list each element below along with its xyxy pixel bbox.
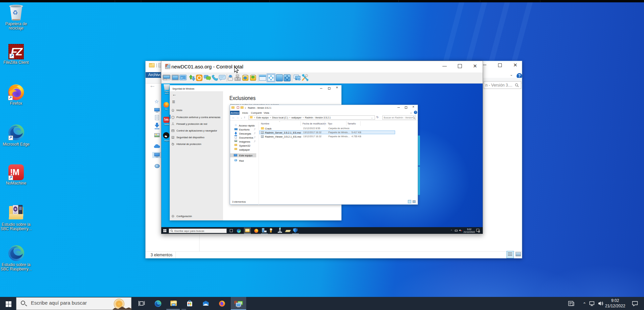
svg-text:A: A: [237, 75, 238, 78]
svg-text:D: D: [238, 79, 240, 81]
svg-text:2: 2: [299, 78, 300, 81]
svg-text:>_: >_: [181, 76, 184, 80]
svg-text:C: C: [235, 79, 237, 81]
